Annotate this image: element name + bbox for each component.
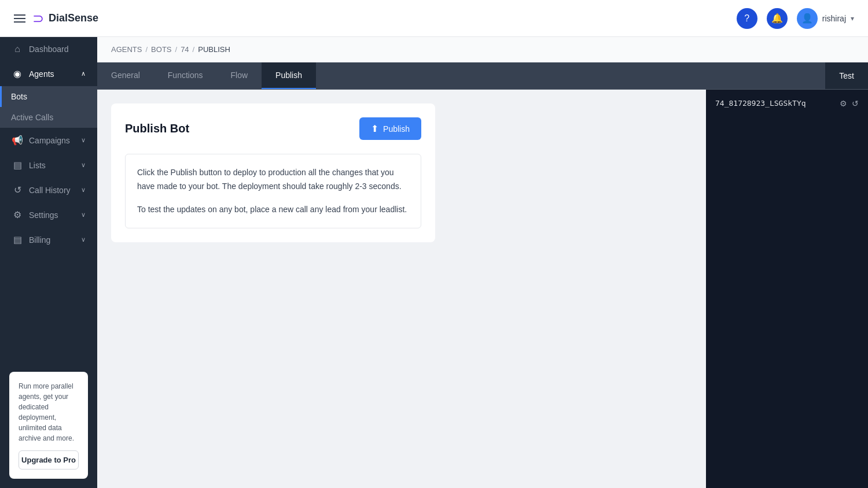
sidebar-label-active-calls: Active Calls: [11, 113, 53, 122]
breadcrumb-agents[interactable]: AGENTS: [111, 45, 142, 54]
sidebar-item-settings[interactable]: ⚙ Settings ∨: [0, 202, 97, 227]
main-content: AGENTS / BOTS / 74 / PUBLISH General Fun…: [97, 37, 868, 488]
chevron-down-campaigns-icon: ∨: [81, 136, 86, 144]
breadcrumb-id[interactable]: 74: [181, 45, 189, 54]
tab-functions-label: Functions: [168, 71, 203, 80]
tab-general-label: General: [111, 71, 140, 80]
call-history-icon: ↺: [12, 184, 23, 195]
lists-icon: ▤: [12, 160, 23, 171]
tab-spacer: [316, 62, 825, 89]
tab-general[interactable]: General: [97, 62, 154, 89]
breadcrumb-sep-1: /: [145, 45, 148, 54]
tab-flow-label: Flow: [231, 71, 248, 80]
tab-flow[interactable]: Flow: [217, 62, 262, 89]
publish-card: Publish Bot ⬆ Publish Click the Publish …: [111, 103, 435, 242]
settings-icon: ⚙: [12, 209, 23, 220]
publish-info-text-1: Click the Publish button to deploy to pr…: [137, 166, 409, 194]
chevron-down-lists-icon: ∨: [81, 161, 86, 169]
right-panel: 74_81728923_LSGSkTYq ⚙ ↺: [706, 90, 868, 488]
layout: ⌂ Dashboard ◉ Agents ∧ Bots Active Calls…: [0, 0, 868, 488]
sidebar: ⌂ Dashboard ◉ Agents ∧ Bots Active Calls…: [0, 37, 97, 488]
sidebar-label-bots: Bots: [11, 92, 27, 101]
header: ⊃ DialSense ? 🔔 👤 rishiraj ▾: [0, 0, 868, 37]
panel-icons: ⚙ ↺: [840, 99, 859, 108]
user-menu[interactable]: 👤 rishiraj ▾: [797, 8, 854, 29]
sidebar-item-call-history[interactable]: ↺ Call History ∨: [0, 178, 97, 202]
tab-functions[interactable]: Functions: [154, 62, 217, 89]
help-button[interactable]: ?: [737, 8, 757, 29]
header-left: ⊃ DialSense: [14, 10, 98, 27]
publish-card-header: Publish Bot ⬆ Publish: [125, 117, 421, 140]
breadcrumb-sep-3: /: [193, 45, 195, 54]
avatar: 👤: [797, 8, 818, 29]
logo-text: DialSense: [49, 12, 98, 24]
publish-card-title: Publish Bot: [125, 122, 189, 135]
sidebar-item-billing[interactable]: ▤ Billing ∨: [0, 227, 97, 252]
agents-expanded: Bots Active Calls: [0, 86, 97, 128]
notification-icon: 🔔: [771, 13, 783, 24]
sidebar-item-dashboard[interactable]: ⌂ Dashboard: [0, 37, 97, 61]
panel-api-key: 74_81728923_LSGSkTYq: [715, 99, 834, 108]
gear-icon[interactable]: ⚙: [840, 99, 847, 108]
sidebar-label-settings: Settings: [29, 210, 75, 220]
chevron-down-settings-icon: ∨: [81, 211, 86, 219]
upgrade-card: Run more parallel agents, get your dedic…: [9, 372, 88, 479]
user-name: rishiraj: [822, 14, 846, 23]
sidebar-item-agents[interactable]: ◉ Agents ∧: [0, 61, 97, 86]
breadcrumb: AGENTS / BOTS / 74 / PUBLISH: [97, 37, 868, 62]
logo-icon: ⊃: [32, 10, 44, 27]
breadcrumb-current: PUBLISH: [198, 45, 230, 54]
publish-content: Publish Bot ⬆ Publish Click the Publish …: [97, 90, 706, 488]
sidebar-label-call-history: Call History: [29, 186, 75, 195]
sidebar-item-active-calls[interactable]: Active Calls: [0, 107, 97, 128]
chevron-down-icon: ▾: [851, 14, 854, 23]
sidebar-label-lists: Lists: [29, 161, 75, 170]
campaigns-icon: 📢: [12, 135, 23, 146]
tabs: General Functions Flow Publish Test: [97, 62, 868, 90]
publish-info: Click the Publish button to deploy to pr…: [125, 154, 421, 228]
sidebar-label-dashboard: Dashboard: [29, 45, 86, 54]
upgrade-card-text: Run more parallel agents, get your dedic…: [19, 381, 79, 443]
sidebar-label-billing: Billing: [29, 235, 75, 245]
refresh-icon[interactable]: ↺: [852, 99, 859, 108]
tab-publish[interactable]: Publish: [262, 62, 316, 89]
user-icon: 👤: [801, 13, 813, 24]
sidebar-label-agents: Agents: [29, 69, 75, 79]
upgrade-to-pro-button[interactable]: Upgrade to Pro: [19, 450, 79, 469]
header-right: ? 🔔 👤 rishiraj ▾: [737, 8, 854, 29]
test-button[interactable]: Test: [825, 62, 868, 89]
sidebar-label-campaigns: Campaigns: [29, 136, 75, 145]
breadcrumb-bots[interactable]: BOTS: [151, 45, 171, 54]
chevron-up-icon: ∧: [81, 70, 86, 77]
chevron-down-billing-icon: ∨: [81, 236, 86, 243]
publish-button[interactable]: ⬆ Publish: [359, 117, 421, 140]
sidebar-item-campaigns[interactable]: 📢 Campaigns ∨: [0, 128, 97, 153]
logo: ⊃ DialSense: [32, 10, 98, 27]
home-icon: ⌂: [12, 44, 23, 54]
publish-button-label: Publish: [383, 124, 410, 134]
chevron-down-call-history-icon: ∨: [81, 186, 86, 194]
help-icon: ?: [744, 13, 749, 24]
agents-icon: ◉: [12, 68, 23, 79]
breadcrumb-sep-2: /: [175, 45, 178, 54]
tab-publish-label: Publish: [275, 71, 302, 80]
sidebar-item-bots[interactable]: Bots: [0, 86, 97, 107]
publish-info-text-2: To test the updates on any bot, place a …: [137, 203, 409, 217]
billing-icon: ▤: [12, 234, 23, 245]
upload-icon: ⬆: [371, 123, 378, 134]
content-wrapper: Publish Bot ⬆ Publish Click the Publish …: [97, 90, 868, 488]
notification-button[interactable]: 🔔: [767, 8, 788, 29]
sidebar-item-lists[interactable]: ▤ Lists ∨: [0, 153, 97, 178]
hamburger-menu[interactable]: [14, 14, 25, 23]
